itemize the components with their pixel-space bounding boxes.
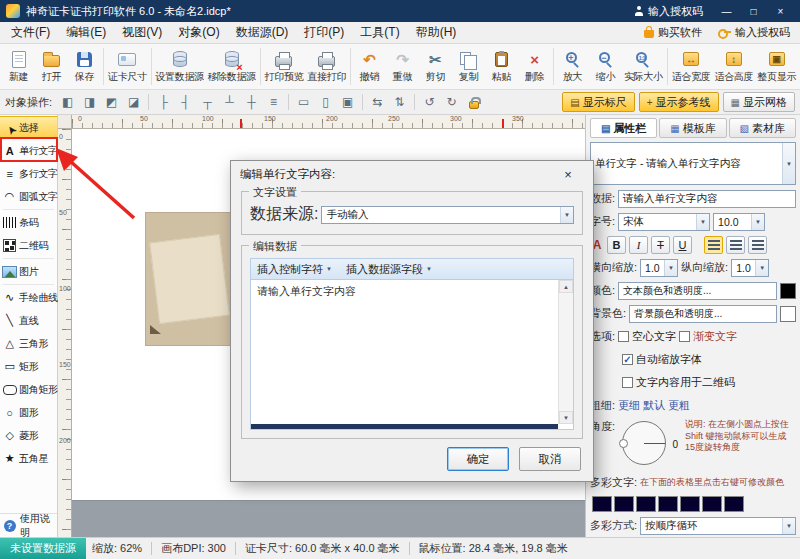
cancel-button[interactable]: 取消 (519, 447, 581, 471)
text-color-swatch[interactable] (780, 283, 796, 299)
actual-size-button[interactable]: 实际大小 (622, 46, 665, 88)
placed-photo-object[interactable] (145, 212, 234, 346)
insert-datasource-field-button[interactable]: 插入数据源字段 (346, 262, 432, 277)
fit-width-button[interactable]: 适合宽度 (670, 46, 713, 88)
bold-button[interactable]: B (607, 236, 626, 254)
close-button[interactable] (767, 1, 794, 21)
send-to-back-button[interactable] (79, 93, 100, 112)
bg-color-button[interactable]: 背景颜色和透明度... (629, 305, 777, 323)
rotate-left-button[interactable] (419, 93, 440, 112)
card-size-button[interactable]: 证卡尺寸 (106, 46, 149, 88)
rotate-right-button[interactable] (441, 93, 462, 112)
buy-software-button[interactable]: 购买软件 (637, 23, 709, 42)
copy-button[interactable]: 复制 (452, 46, 485, 88)
show-guides-button[interactable]: 显示参考线 (639, 92, 719, 112)
fit-height-button[interactable]: 适合高度 (712, 46, 755, 88)
print-preview-button[interactable]: 打印预览 (263, 46, 306, 88)
zoom-in-button[interactable]: 放大 (556, 46, 589, 88)
bg-color-swatch[interactable] (780, 306, 796, 322)
tool-multi-line-text[interactable]: 多行文字 (0, 162, 57, 185)
dialog-close-button[interactable] (552, 161, 584, 187)
same-height-button[interactable] (315, 93, 336, 112)
tool-image[interactable]: 图片 (0, 260, 57, 283)
same-width-button[interactable] (293, 93, 314, 112)
bring-forward-button[interactable] (101, 93, 122, 112)
data-value-input[interactable]: 请输入单行文字内容 (618, 190, 796, 208)
enter-license-button[interactable]: 输入授权码 (711, 23, 797, 42)
tab-properties[interactable]: 属性栏 (590, 118, 657, 138)
text-for-qrcode-checkbox[interactable]: 文字内容用于二维码 (622, 375, 735, 390)
color-cell[interactable] (658, 496, 678, 512)
save-button[interactable]: 保存 (68, 46, 101, 88)
auto-scale-font-checkbox[interactable]: 自动缩放字体 (622, 352, 702, 367)
paste-button[interactable]: 粘贴 (485, 46, 518, 88)
tool-diamond[interactable]: 菱形 (0, 424, 57, 447)
weight-thinner-link[interactable]: 更细 (618, 398, 640, 413)
insert-control-char-button[interactable]: 插入控制字符 (257, 262, 332, 277)
align-left-button[interactable] (153, 93, 174, 112)
align-text-left-button[interactable] (704, 236, 723, 254)
scroll-up-icon[interactable] (559, 280, 573, 293)
colorful-mode-dropdown[interactable]: 按顺序循环 (640, 517, 796, 535)
show-grid-button[interactable]: 显示网格 (723, 92, 795, 112)
titlebar-auth-button[interactable]: 输入授权码 (624, 4, 713, 19)
align-bottom-button[interactable] (219, 93, 240, 112)
tool-rectangle[interactable]: 矩形 (0, 355, 57, 378)
align-middle-button[interactable] (263, 93, 284, 112)
weight-default-link[interactable]: 默认 (643, 398, 665, 413)
horizontal-scrollbar[interactable] (251, 424, 558, 429)
vscale-spinner[interactable]: 1.0 (731, 259, 769, 277)
menu-help[interactable]: 帮助(H) (408, 22, 465, 43)
color-cell[interactable] (592, 496, 612, 512)
text-color-button[interactable]: 文本颜色和透明度... (618, 282, 777, 300)
text-content-textarea[interactable]: 请输入单行文字内容 (250, 280, 574, 430)
rotation-dial[interactable] (622, 421, 666, 465)
align-top-button[interactable] (197, 93, 218, 112)
tool-arc-text[interactable]: 圆弧文字 (0, 185, 57, 208)
hollow-text-checkbox[interactable]: 空心文字 (618, 329, 676, 344)
remove-datasource-button[interactable]: 移除数据源 (206, 46, 258, 88)
menu-print[interactable]: 打印(P) (296, 22, 352, 43)
align-text-center-button[interactable] (726, 236, 745, 254)
tool-star[interactable]: 五角星 (0, 447, 57, 470)
italic-button[interactable]: I (629, 236, 648, 254)
tool-select[interactable]: 选择 (0, 116, 57, 139)
color-cell[interactable] (614, 496, 634, 512)
vertical-scrollbar[interactable] (558, 280, 573, 424)
menu-object[interactable]: 对象(O) (170, 22, 227, 43)
datasource-status-button[interactable]: 未设置数据源 (0, 538, 86, 559)
set-datasource-button[interactable]: 设置数据源 (154, 46, 206, 88)
open-button[interactable]: 打开 (35, 46, 68, 88)
tool-rounded-rectangle[interactable]: 圆角矩形 (0, 378, 57, 401)
color-cell[interactable] (702, 496, 722, 512)
menu-view[interactable]: 视图(V) (114, 22, 170, 43)
align-right-button[interactable] (175, 93, 196, 112)
send-backward-button[interactable] (123, 93, 144, 112)
maximize-button[interactable] (740, 1, 767, 21)
ok-button[interactable]: 确定 (447, 447, 509, 471)
same-size-button[interactable] (337, 93, 358, 112)
lock-button[interactable] (463, 93, 484, 112)
tab-template-library[interactable]: 模板库 (659, 118, 726, 138)
color-cell[interactable] (724, 496, 744, 512)
redo-button[interactable]: 重做 (386, 46, 419, 88)
zoom-out-button[interactable]: 缩小 (589, 46, 622, 88)
menu-file[interactable]: 文件(F) (3, 22, 58, 43)
color-cell[interactable] (680, 496, 700, 512)
tab-material-library[interactable]: 素材库 (729, 118, 796, 138)
hscale-spinner[interactable]: 1.0 (640, 259, 678, 277)
underline-button[interactable]: U (673, 236, 692, 254)
tool-freehand-curve[interactable]: 手绘曲线 (0, 286, 57, 309)
undo-button[interactable]: 撤销 (353, 46, 386, 88)
menu-datasource[interactable]: 数据源(D) (228, 22, 297, 43)
distribute-horizontal-button[interactable] (367, 93, 388, 112)
cut-button[interactable]: 剪切 (419, 46, 452, 88)
menu-tools[interactable]: 工具(T) (352, 22, 407, 43)
new-button[interactable]: 新建 (2, 46, 35, 88)
full-page-button[interactable]: 整页显示 (755, 46, 798, 88)
font-size-spinner[interactable]: 10.0 (713, 213, 765, 231)
tool-barcode[interactable]: 条码 (0, 211, 57, 234)
tool-qrcode[interactable]: 二维码 (0, 234, 57, 257)
delete-button[interactable]: 删除 (518, 46, 551, 88)
menu-edit[interactable]: 编辑(E) (58, 22, 114, 43)
